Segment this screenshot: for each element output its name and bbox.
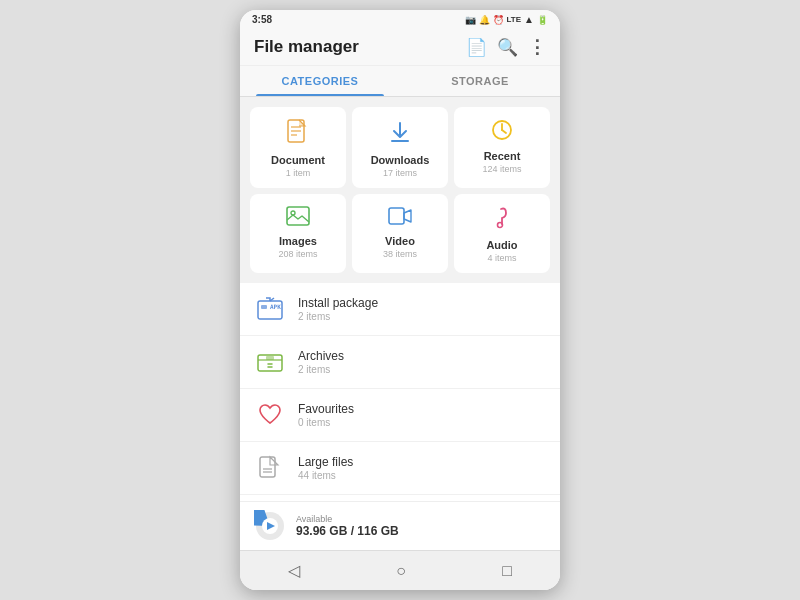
document-icon [287, 119, 309, 149]
list-section: APK Install package 2 items [240, 283, 560, 501]
install-package-text: Install package 2 items [298, 296, 378, 322]
audio-icon [493, 206, 511, 234]
status-bar: 3:58 📷 🔔 ⏰ LTE ▲ 🔋 [240, 10, 560, 29]
svg-rect-8 [287, 207, 309, 225]
document-count: 1 item [286, 168, 311, 178]
category-grid: Document 1 item Downloads 17 items [240, 97, 560, 279]
large-files-name: Large files [298, 455, 353, 469]
status-icons: 📷 🔔 ⏰ LTE ▲ 🔋 [465, 14, 548, 25]
storage-text: Available 93.96 GB / 116 GB [296, 514, 399, 538]
large-files-count: 44 items [298, 470, 353, 481]
install-package-icon: APK [254, 293, 286, 325]
audio-label: Audio [486, 239, 517, 251]
header-actions: 📄 🔍 ⋮ [466, 38, 546, 56]
images-count: 208 items [278, 249, 317, 259]
downloads-label: Downloads [371, 154, 430, 166]
svg-point-11 [498, 223, 503, 228]
images-label: Images [279, 235, 317, 247]
category-recent[interactable]: Recent 124 items [454, 107, 550, 188]
archives-count: 2 items [298, 364, 344, 375]
app-header: File manager 📄 🔍 ⋮ [240, 29, 560, 66]
recent-count: 124 items [482, 164, 521, 174]
status-icon-alarm: ⏰ [493, 15, 504, 25]
list-item-favourites[interactable]: Favourites 0 items [240, 389, 560, 442]
nav-bar: ◁ ○ □ [240, 550, 560, 590]
install-package-count: 2 items [298, 311, 378, 322]
downloads-count: 17 items [383, 168, 417, 178]
more-action-button[interactable]: ⋮ [528, 38, 546, 56]
category-video[interactable]: Video 38 items [352, 194, 448, 273]
images-icon [286, 206, 310, 230]
tab-storage[interactable]: STORAGE [400, 66, 560, 96]
svg-text:APK: APK [270, 303, 281, 310]
svg-rect-17 [266, 356, 274, 360]
storage-chart [254, 510, 286, 542]
status-wifi: ▲ [524, 14, 534, 25]
svg-line-7 [502, 130, 506, 133]
archives-text: Archives 2 items [298, 349, 344, 375]
storage-footer: Available 93.96 GB / 116 GB [240, 501, 560, 550]
archives-icon [254, 346, 286, 378]
search-action-button[interactable]: 🔍 [497, 39, 518, 56]
status-time: 3:58 [252, 14, 272, 25]
app-title: File manager [254, 37, 359, 57]
video-label: Video [385, 235, 415, 247]
large-files-icon [254, 452, 286, 484]
archives-name: Archives [298, 349, 344, 363]
status-battery: 🔋 [537, 15, 548, 25]
favourites-name: Favourites [298, 402, 354, 416]
install-package-name: Install package [298, 296, 378, 310]
large-files-text: Large files 44 items [298, 455, 353, 481]
tabs-bar: CATEGORIES STORAGE [240, 66, 560, 97]
recent-icon [491, 119, 513, 145]
list-item-install-package[interactable]: APK Install package 2 items [240, 283, 560, 336]
list-item-archives[interactable]: Archives 2 items [240, 336, 560, 389]
status-icon-bell: 🔔 [479, 15, 490, 25]
favourites-text: Favourites 0 items [298, 402, 354, 428]
svg-rect-13 [261, 305, 267, 309]
nav-recent-button[interactable]: □ [486, 560, 528, 582]
category-document[interactable]: Document 1 item [250, 107, 346, 188]
audio-count: 4 items [487, 253, 516, 263]
phone-frame: 3:58 📷 🔔 ⏰ LTE ▲ 🔋 File manager 📄 🔍 ⋮ CA… [240, 10, 560, 590]
video-count: 38 items [383, 249, 417, 259]
list-item-large-files[interactable]: Large files 44 items [240, 442, 560, 495]
nav-back-button[interactable]: ◁ [272, 559, 316, 582]
favourites-count: 0 items [298, 417, 354, 428]
category-images[interactable]: Images 208 items [250, 194, 346, 273]
status-lte: LTE [507, 15, 522, 24]
favourites-icon [254, 399, 286, 431]
content-area: Document 1 item Downloads 17 items [240, 97, 560, 501]
status-icon-camera: 📷 [465, 15, 476, 25]
video-icon [388, 206, 412, 230]
category-audio[interactable]: Audio 4 items [454, 194, 550, 273]
storage-amount: 93.96 GB / 116 GB [296, 524, 399, 538]
tab-categories[interactable]: CATEGORIES [240, 66, 400, 96]
svg-rect-10 [389, 208, 404, 224]
recent-label: Recent [484, 150, 521, 162]
downloads-icon [389, 119, 411, 149]
category-downloads[interactable]: Downloads 17 items [352, 107, 448, 188]
nav-home-button[interactable]: ○ [380, 560, 422, 582]
storage-available-label: Available [296, 514, 399, 524]
document-label: Document [271, 154, 325, 166]
file-action-button[interactable]: 📄 [466, 39, 487, 56]
